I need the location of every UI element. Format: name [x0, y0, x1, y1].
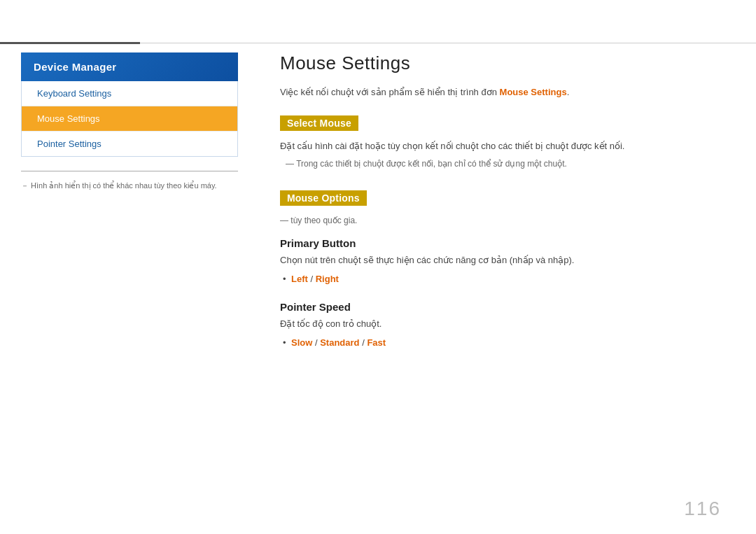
- option-left: Left: [291, 274, 308, 284]
- sidebar-nav: Keyboard Settings Mouse Settings Pointer…: [21, 81, 238, 157]
- intro-text: Việc kết nối chuột với sản phẩm sẽ hiển …: [280, 85, 714, 100]
- pointer-speed-options: Slow / Standard / Fast: [280, 336, 714, 349]
- page-title: Mouse Settings: [280, 52, 714, 74]
- sidebar-header: Device Manager: [21, 52, 238, 81]
- top-bar-dark: [0, 42, 140, 44]
- page-number: 116: [684, 498, 721, 520]
- primary-button-title: Primary Button: [280, 237, 714, 249]
- select-mouse-desc: Đặt cấu hình cài đặt hoặc tùy chọn kết n…: [280, 139, 714, 154]
- primary-button-subsection: Primary Button Chọn nút trên chuột sẽ th…: [280, 237, 714, 286]
- option-standard: Standard: [320, 337, 359, 348]
- pointer-speed-option: Slow / Standard / Fast: [280, 336, 714, 349]
- pointer-speed-desc: Đặt tốc độ con trỏ chuột.: [280, 317, 714, 332]
- mouse-options-heading: Mouse Options: [280, 190, 367, 206]
- sidebar-item-pointer[interactable]: Pointer Settings: [22, 132, 237, 156]
- top-bar-light: [140, 43, 756, 43]
- tuy-note: tùy theo quốc gia.: [280, 214, 714, 227]
- sidebar-item-keyboard[interactable]: Keyboard Settings: [22, 81, 237, 106]
- intro-highlight: Mouse Settings: [500, 87, 567, 97]
- sidebar-header-label: Device Manager: [34, 61, 116, 73]
- option-fast: Fast: [367, 337, 386, 348]
- option-slow: Slow: [291, 337, 312, 348]
- primary-button-option: Left / Right: [280, 272, 714, 286]
- pointer-speed-title: Pointer Speed: [280, 301, 714, 313]
- select-mouse-section: Select Mouse Đặt cấu hình cài đặt hoặc t…: [280, 115, 714, 171]
- pointer-speed-subsection: Pointer Speed Đặt tốc độ con trỏ chuột. …: [280, 301, 714, 349]
- sidebar-note: － Hình ảnh hiển thị có thể khác nhau tùy…: [21, 171, 238, 192]
- sidebar: Device Manager Keyboard Settings Mouse S…: [21, 52, 238, 192]
- select-mouse-note: Trong các thiết bị chuột được kết nối, b…: [286, 157, 714, 171]
- select-mouse-heading: Select Mouse: [280, 115, 358, 131]
- main-content: Mouse Settings Việc kết nối chuột với sả…: [280, 52, 714, 369]
- primary-button-desc: Chọn nút trên chuột sẽ thực hiện các chứ…: [280, 253, 714, 268]
- top-bar: [0, 42, 756, 43]
- primary-button-options: Left / Right: [280, 272, 714, 286]
- sidebar-item-mouse[interactable]: Mouse Settings: [22, 106, 237, 132]
- option-right: Right: [316, 274, 339, 284]
- mouse-options-section: Mouse Options tùy theo quốc gia. Primary…: [280, 190, 714, 349]
